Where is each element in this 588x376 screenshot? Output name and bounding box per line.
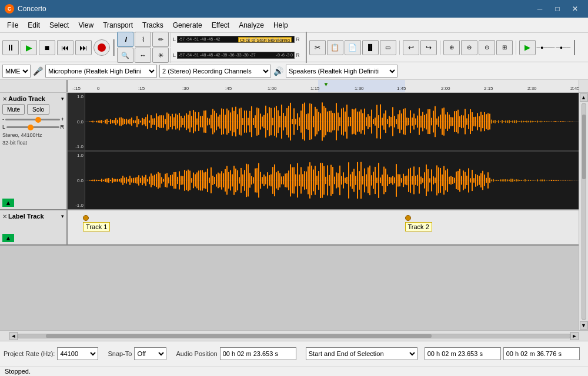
snap-to-select[interactable]: Off <box>134 347 166 360</box>
zoom-full-button[interactable]: ⊞ <box>496 40 513 55</box>
volume-thumb[interactable] <box>35 117 41 123</box>
lr-label2-r: R <box>296 52 300 58</box>
tracks-area: ✕ Audio Track ▾ Mute Solo - + <box>0 93 579 330</box>
multi-tool-button[interactable]: ✳ <box>152 48 169 63</box>
minimize-button[interactable]: ─ <box>532 3 548 15</box>
draw-tool-button[interactable]: ✏ <box>152 32 169 47</box>
menu-help[interactable]: Help <box>269 19 293 31</box>
status-bar: Project Rate (Hz): 44100 Snap-To Off Aud… <box>0 341 588 376</box>
ruler-mark-145: 1:45 <box>397 86 406 91</box>
label-track-menu[interactable]: ▾ <box>61 213 64 219</box>
play-button[interactable]: ▶ <box>21 40 37 55</box>
audio-track-name: Audio Track <box>8 95 60 102</box>
audio-track-close[interactable]: ✕ <box>2 96 7 102</box>
menu-effect[interactable]: Effect <box>207 19 234 31</box>
paste-button[interactable]: 📄 <box>345 40 361 55</box>
sel-end-input[interactable] <box>503 347 580 360</box>
solo-button[interactable]: Solo <box>27 104 49 115</box>
label-collapse-button[interactable]: ▲ <box>2 234 14 242</box>
menu-generate[interactable]: Generate <box>168 19 207 31</box>
record-button[interactable] <box>93 39 110 56</box>
menu-select[interactable]: Select <box>45 19 74 31</box>
scroll-thumb[interactable] <box>582 115 586 179</box>
zoom-fit-button[interactable]: ⊙ <box>479 40 495 55</box>
scroll-down-arrow[interactable]: ▼ <box>580 321 588 330</box>
label-dot-2 <box>405 215 411 221</box>
ruler-mark-30: :30 <box>182 86 189 91</box>
menu-edit[interactable]: Edit <box>23 19 45 31</box>
speaker-icon: 🔊 <box>273 66 283 76</box>
zoom-in-button[interactable]: 🔍 <box>117 48 133 63</box>
ruler-mark-45: :45 <box>225 86 232 91</box>
menu-view[interactable]: View <box>74 19 98 31</box>
empty-track-area <box>0 246 579 330</box>
ruler-mark-115: 1:15 <box>310 86 320 91</box>
audio-position-input[interactable] <box>220 347 296 360</box>
vu-scale2: -57 -54 -51 -48 -45 -42 -39 -36 -33 -30 … <box>179 53 256 57</box>
mute-button[interactable]: Mute <box>2 104 25 115</box>
playhead: ▼ <box>323 81 329 88</box>
waveform-channel-1: 1.0 0.0 -1.0 <box>68 93 579 151</box>
track-info: Stereo, 44100Hz32-bit float <box>2 132 64 146</box>
app-title: Concerto <box>18 5 46 13</box>
mic-icon: 🎤 <box>33 66 43 76</box>
scroll-left-arrow[interactable]: ◄ <box>9 332 18 340</box>
volume-slider[interactable] <box>5 119 60 120</box>
audio-host-select[interactable]: MME <box>2 65 31 78</box>
zoom-sel-button[interactable]: ⊕ <box>443 40 460 55</box>
undo-button[interactable]: ↩ <box>403 40 419 55</box>
channels-select[interactable]: 2 (Stereo) Recording Channels <box>159 65 271 78</box>
track-waveform: 1.0 0.0 -1.0 <box>68 93 579 209</box>
vu-scale-end: -18 -15 -12 -9 -6 -3 0 <box>244 37 282 41</box>
label-text-2: Track 2 <box>405 222 432 231</box>
scroll-right-arrow[interactable]: ► <box>570 332 579 340</box>
zoom-out-button[interactable]: ⊖ <box>461 40 477 55</box>
label-track-controls: ✕ Label Track ▾ ▲ <box>0 210 68 244</box>
project-rate-select[interactable]: 44100 <box>57 347 98 360</box>
hscroll-thumb[interactable] <box>46 334 432 338</box>
maximize-button[interactable]: □ <box>549 3 566 15</box>
menu-analyze[interactable]: Analyze <box>234 19 269 31</box>
redo-button[interactable]: ↪ <box>420 40 437 55</box>
menu-transport[interactable]: Transport <box>98 19 138 31</box>
skip-end-button[interactable]: ⏭ <box>75 40 92 55</box>
cut-button[interactable]: ✂ <box>309 40 326 55</box>
trim-button[interactable]: ▐▌ <box>362 40 379 55</box>
microphone-select[interactable]: Microphone (Realtek High Defini <box>45 65 157 78</box>
pan-slider[interactable] <box>6 126 59 128</box>
label-track-close[interactable]: ✕ <box>2 213 7 220</box>
envelope-tool-button[interactable]: ⌇ <box>135 32 151 47</box>
menu-file[interactable]: File <box>2 19 23 31</box>
time-shift-button[interactable]: ↔ <box>135 48 151 63</box>
pan-thumb[interactable] <box>28 125 34 130</box>
project-rate-label: Project Rate (Hz): <box>4 350 55 357</box>
copy-button[interactable]: 📋 <box>327 40 343 55</box>
status-text: Stopped. <box>0 366 588 376</box>
menu-bar: File Edit Select View Transport Tracks G… <box>0 18 588 33</box>
silence-button[interactable]: ▭ <box>380 40 396 55</box>
close-button[interactable]: ✕ <box>567 3 583 15</box>
pause-button[interactable]: ⏸ <box>2 40 19 55</box>
scroll-track[interactable] <box>582 103 586 320</box>
select-tool-button[interactable]: 𝙄 <box>117 32 133 47</box>
scroll-up-arrow[interactable]: ▲ <box>580 93 588 102</box>
horizontal-scrollbar: ◄ ► <box>0 330 588 341</box>
collapse-button[interactable]: ▲ <box>2 199 14 207</box>
audio-track-menu[interactable]: ▾ <box>61 96 64 102</box>
label-track2: Track 2 <box>405 215 432 231</box>
selection-mode-select[interactable]: Start and End of Selection <box>306 347 417 360</box>
stop-button[interactable]: ■ <box>39 40 55 55</box>
skip-start-button[interactable]: ⏮ <box>57 40 74 55</box>
hscroll-track[interactable] <box>18 334 570 338</box>
green-play-button[interactable]: ▶ <box>519 40 536 55</box>
sel-start-input[interactable] <box>425 347 501 360</box>
lr-label-top: L <box>173 36 176 42</box>
label-track1: Track 1 <box>83 215 110 231</box>
ruler-mark-245: 2:45 <box>570 86 579 91</box>
ruler-mark-0: 0 <box>97 86 99 91</box>
ruler-mark-215: 2:15 <box>484 86 493 91</box>
vol-label: ─●── <box>556 45 570 51</box>
menu-tracks[interactable]: Tracks <box>138 19 168 31</box>
lr-label-right: R <box>296 36 300 42</box>
speakers-select[interactable]: Speakers (Realtek High Definiti <box>286 65 397 78</box>
